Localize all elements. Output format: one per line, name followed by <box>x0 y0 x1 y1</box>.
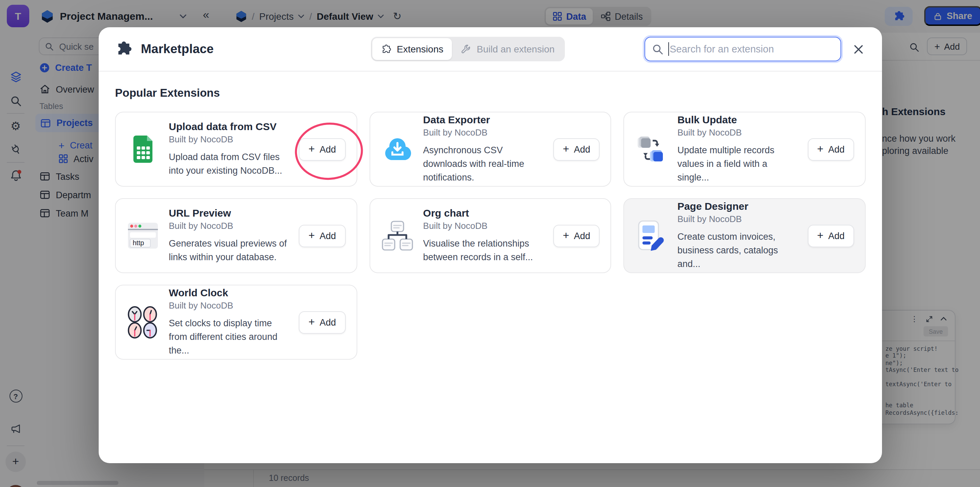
add-extension-button[interactable]: + Add <box>808 224 854 247</box>
add-label: Add <box>574 144 590 154</box>
app-root: T Project Managem... « / Projects / Defa… <box>0 0 980 487</box>
stage: T Project Managem... « / Projects / Defa… <box>0 0 980 487</box>
plus-icon: + <box>817 230 824 242</box>
extension-name: Org chart <box>423 207 544 219</box>
plus-icon: + <box>817 143 824 155</box>
extensions-grid: Upload data from CSV Built by NocoDB Upl… <box>115 112 865 359</box>
plus-icon: + <box>563 143 569 155</box>
tab-build-label: Build an extension <box>477 43 555 54</box>
modal-header: Marketplace Extensions Build an extensio… <box>99 27 882 72</box>
extension-description: Generates visual previews of links withi… <box>169 237 290 265</box>
close-button[interactable] <box>849 40 868 59</box>
extension-name: Upload data from CSV <box>169 121 290 132</box>
marketplace-modal: Marketplace Extensions Build an extensio… <box>99 27 882 463</box>
plus-icon: + <box>309 143 315 155</box>
bulk-update-icon <box>635 134 668 164</box>
add-extension-button[interactable]: + Add <box>299 138 346 160</box>
add-label: Add <box>574 231 590 241</box>
text-cursor <box>668 42 669 56</box>
extension-search <box>644 37 841 61</box>
add-label: Add <box>320 317 336 327</box>
extension-name: Data Exporter <box>423 113 544 125</box>
add-extension-button[interactable]: + Add <box>553 224 600 247</box>
tab-extensions[interactable]: Extensions <box>372 38 452 60</box>
world-clock-icon <box>127 306 159 339</box>
extension-description: Upload data from CSV files into your exi… <box>169 150 290 178</box>
extension-card-upload-csv[interactable]: Upload data from CSV Built by NocoDB Upl… <box>115 112 357 187</box>
marketplace-tabs: Extensions Build an extension <box>371 37 565 61</box>
svg-text:http: http <box>133 239 144 247</box>
extension-author: Built by NocoDB <box>169 300 290 310</box>
plus-icon: + <box>309 316 315 328</box>
wrench-icon <box>461 44 471 54</box>
page-designer-icon <box>635 220 668 251</box>
add-label: Add <box>828 231 845 241</box>
extension-author: Built by NocoDB <box>423 221 544 231</box>
tab-build-extension[interactable]: Build an extension <box>452 38 563 60</box>
modal-body: Popular Extensions Upload data from CSV … <box>99 86 882 359</box>
tab-extensions-label: Extensions <box>397 43 443 54</box>
extension-name: World Clock <box>169 286 290 298</box>
extension-author: Built by NocoDB <box>169 221 290 231</box>
extension-description: Update multiple records values in a fiel… <box>678 144 798 185</box>
extension-author: Built by NocoDB <box>678 127 798 137</box>
add-extension-button[interactable]: + Add <box>299 311 346 334</box>
csv-sheet-icon <box>127 134 159 164</box>
extension-name: URL Preview <box>169 207 290 219</box>
extension-card-data-exporter[interactable]: Data Exporter Built by NocoDB Asynchrono… <box>369 112 611 187</box>
add-extension-button[interactable]: + Add <box>808 138 854 160</box>
browser-window-icon: http <box>127 222 159 249</box>
plus-icon: + <box>563 230 569 242</box>
org-chart-icon <box>381 221 414 251</box>
extension-search-input[interactable] <box>644 37 841 61</box>
plus-icon: + <box>309 230 315 242</box>
section-title: Popular Extensions <box>115 86 865 99</box>
extension-card-org-chart[interactable]: Org chart Built by NocoDB Visualise the … <box>369 198 611 273</box>
extension-author: Built by NocoDB <box>169 134 290 144</box>
extension-description: Asynchronous CSV downloads with real-tim… <box>423 144 544 185</box>
puzzle-outline-icon <box>381 44 391 54</box>
add-label: Add <box>320 231 336 241</box>
extension-name: Bulk Update <box>678 113 798 125</box>
add-extension-button[interactable]: + Add <box>299 224 346 247</box>
modal-title: Marketplace <box>141 42 214 56</box>
extension-description: Visualise the relationships between reco… <box>423 237 544 265</box>
extension-description: Set clocks to display time from differen… <box>169 316 290 358</box>
extension-card-page-designer[interactable]: Page Designer Built by NocoDB Create cus… <box>624 198 865 273</box>
extension-author: Built by NocoDB <box>678 214 798 224</box>
add-extension-button[interactable]: + Add <box>553 138 600 160</box>
puzzle-icon <box>115 40 133 58</box>
extension-description: Create custom invoices, business cards, … <box>678 230 798 271</box>
extension-author: Built by NocoDB <box>423 127 544 137</box>
extension-name: Page Designer <box>678 200 798 211</box>
extension-card-bulk-update[interactable]: Bulk Update Built by NocoDB Update multi… <box>624 112 865 187</box>
add-label: Add <box>828 144 845 154</box>
extension-card-url-preview[interactable]: http URL Preview Built by NocoDB Generat… <box>115 198 357 273</box>
cloud-download-icon <box>381 136 414 163</box>
search-icon <box>652 43 663 55</box>
add-label: Add <box>320 144 336 154</box>
extension-card-world-clock[interactable]: World Clock Built by NocoDB Set clocks t… <box>115 285 357 359</box>
